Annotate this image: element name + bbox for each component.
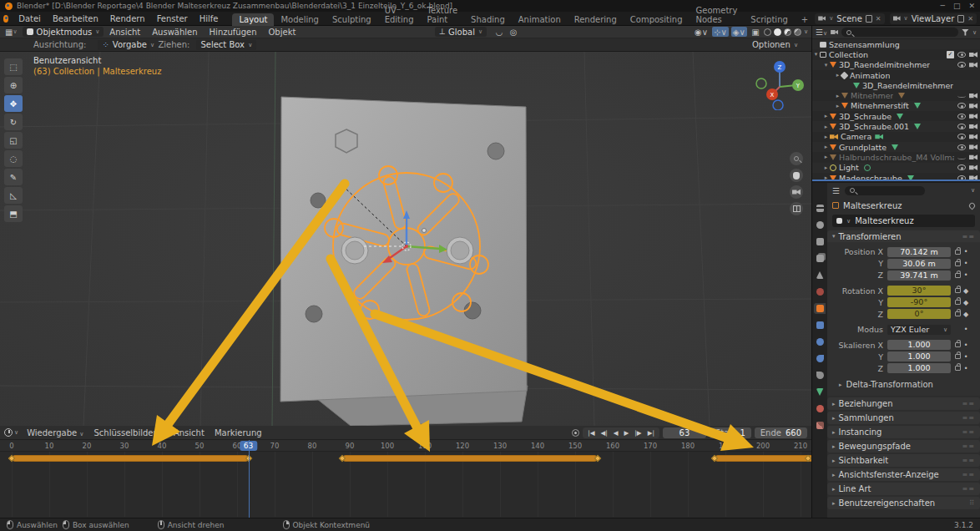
lock-icon[interactable] (955, 288, 961, 293)
end-frame-field[interactable]: Ende 660 (755, 427, 807, 438)
outliner-row-scene-collection[interactable]: Szenensammlung (812, 39, 980, 49)
render-camera-icon[interactable] (969, 154, 977, 160)
object-visibility-icon[interactable]: ◉∨ (693, 27, 710, 37)
render-camera-icon[interactable] (969, 124, 977, 130)
keyframe-bar[interactable] (715, 455, 812, 462)
animate-dot-icon[interactable]: • (961, 271, 971, 279)
annotate-tool[interactable]: ✎ (4, 169, 23, 185)
outliner-row-grundplatte[interactable]: ▸ Grundplatte (812, 142, 980, 152)
prev-keyframe-button[interactable]: ◀| (598, 428, 609, 437)
editor-type-icon[interactable]: ▦∨ (3, 27, 19, 37)
blender-menu-icon[interactable] (3, 15, 8, 23)
keyframe-diamond-icon[interactable]: ◆ (961, 311, 971, 318)
ziehen-dropdown[interactable]: Select Box ∨ (196, 40, 256, 50)
animate-dot-icon[interactable]: • (961, 365, 971, 372)
section-line-art[interactable]: ▸Line Art≡≡ (827, 483, 980, 495)
gizmos-toggle-icon[interactable]: ⊹∨ (712, 27, 729, 37)
perspective-toggle-icon[interactable] (790, 202, 803, 215)
current-frame-badge[interactable]: 63 (240, 441, 257, 451)
rotation-y-field[interactable]: -90° (887, 297, 951, 307)
start-frame-field[interactable]: Start 1 (710, 427, 751, 438)
tab-output[interactable] (814, 236, 826, 247)
tab-tool[interactable] (814, 203, 826, 214)
render-camera-icon[interactable] (969, 103, 977, 109)
chevron-down-icon[interactable]: ∨ (14, 429, 18, 436)
section-beziehungen[interactable]: ▸Beziehungen≡≡ (827, 397, 980, 410)
minimize-button[interactable]: ─ (941, 2, 945, 10)
tab-scripting[interactable]: Scripting (744, 13, 794, 26)
auto-keying-icon[interactable] (572, 429, 579, 437)
hide-eye-icon[interactable] (957, 52, 966, 58)
tab-material[interactable] (814, 403, 826, 414)
tab-texture-paint[interactable]: Texture Paint (421, 4, 465, 26)
orientation-dropdown[interactable]: ⟂ Global ∨ (435, 27, 487, 37)
delta-transform-header[interactable]: ▸Delta-Transformation (827, 379, 977, 391)
lock-icon[interactable] (955, 342, 961, 347)
menu-hinzufuegen[interactable]: Hinzufügen (204, 28, 263, 37)
hide-eye-icon[interactable] (957, 103, 966, 109)
animate-dot-icon[interactable]: • (961, 341, 971, 349)
object-name-field[interactable]: ∨ Malteserkreuz (832, 215, 975, 227)
menu-fenster[interactable]: Fenster (151, 13, 194, 24)
lock-icon[interactable] (955, 354, 961, 359)
unlink-scene-icon[interactable]: ✕ (876, 15, 881, 23)
viewlayer-selector[interactable]: ∨ ViewLayer ✕ (890, 13, 977, 24)
rotation-mode-dropdown[interactable]: YZX Euler∨ (887, 325, 951, 335)
overlays-toggle-icon[interactable]: ◈∨ (731, 27, 747, 37)
hide-eye-icon[interactable] (957, 114, 966, 119)
pin-icon[interactable] (968, 201, 977, 210)
move-tool[interactable]: ✥ (4, 95, 23, 112)
menu-ansicht[interactable]: Ansicht (104, 28, 146, 37)
properties-search[interactable] (845, 186, 925, 195)
menu-datei[interactable]: Datei (13, 13, 47, 24)
animate-dot-icon[interactable]: • (961, 353, 971, 361)
maximize-button[interactable]: □ (953, 2, 961, 10)
outliner-row-schraube-001[interactable]: ▸ 3D_Schraube.001 (812, 121, 980, 131)
timeline-ruler[interactable]: 0102030405060708090100110120130140150160… (0, 440, 811, 452)
outliner-row-mitnehmerstift[interactable]: ▸ Mitnehmerstift (812, 101, 980, 111)
tab-geometry-nodes[interactable]: Geometry Nodes (689, 4, 744, 26)
outliner-row-schraube[interactable]: ▸ 3D_Schraube (812, 111, 980, 121)
playhead[interactable] (249, 440, 250, 518)
current-frame-field[interactable]: 63 (663, 427, 706, 438)
tab-particles[interactable] (814, 336, 826, 347)
tab-render[interactable] (814, 220, 826, 230)
chevron-down-icon[interactable]: ∨ (804, 28, 808, 35)
tab-modifiers[interactable] (814, 320, 826, 331)
hide-eye-icon[interactable] (957, 62, 966, 68)
navigation-gizmo[interactable]: Z Y X (753, 57, 806, 165)
tab-object[interactable] (814, 303, 826, 314)
menu-wiedergabe[interactable]: Wiedergabe ∨ (22, 428, 88, 437)
mode-dropdown[interactable]: Objektmodus ∨ (23, 27, 104, 37)
shading-wireframe-icon[interactable] (764, 28, 771, 36)
lock-icon[interactable] (955, 300, 961, 305)
outliner-row-madenschraube[interactable]: ▸ Madenschraube (812, 173, 980, 181)
outliner-search[interactable] (841, 28, 958, 37)
outliner-row-animation[interactable]: ▸ Animation (812, 70, 980, 80)
rotation-z-field[interactable]: 0° (887, 309, 951, 319)
menu-bearbeiten[interactable]: Bearbeiten (47, 13, 104, 24)
outliner-row-halbrundschraube[interactable]: ▸ Halbrundschraube_M4 Vollmaterial (812, 152, 980, 162)
lock-icon[interactable] (955, 366, 961, 371)
scale-y-field[interactable]: 1.000 (887, 351, 951, 362)
render-camera-icon[interactable] (969, 51, 977, 58)
transform-tool[interactable]: ◌ (4, 150, 23, 167)
outliner-editor-icon[interactable]: ☰∨ (816, 28, 827, 37)
scale-x-field[interactable]: 1.000 (887, 340, 951, 350)
section-sammlungen[interactable]: ▸Sammlungen≡≡ (827, 412, 980, 424)
new-scene-icon[interactable] (866, 15, 872, 23)
shading-solid-icon[interactable] (774, 28, 781, 36)
hidden-eye-icon[interactable] (957, 94, 966, 98)
tab-object-data[interactable] (814, 387, 826, 397)
tab-compositing[interactable]: Compositing (624, 13, 690, 26)
rotation-x-field[interactable]: 30° (887, 286, 951, 296)
animate-dot-icon[interactable]: • (961, 326, 971, 333)
render-camera-icon[interactable] (969, 174, 977, 181)
shading-rendered-icon[interactable] (794, 28, 801, 36)
lock-icon[interactable] (955, 250, 961, 255)
scene-selector[interactable]: ∨ Scene ✕ (815, 13, 884, 24)
measure-tool[interactable]: ◺ (4, 187, 23, 204)
timeline-channels[interactable] (0, 452, 811, 517)
scale-tool[interactable]: ◱ (4, 132, 23, 149)
render-camera-icon[interactable] (969, 62, 977, 68)
